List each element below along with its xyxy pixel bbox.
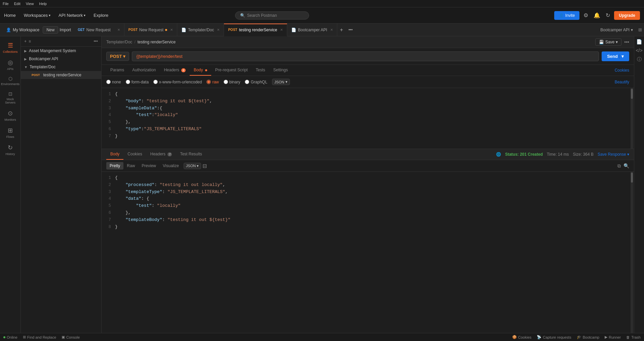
method-select[interactable]: POST ▾ [106,52,129,61]
tab-body[interactable]: Body [190,65,211,76]
resp-tab-body[interactable]: Body [106,149,123,160]
tab-templater-doc[interactable]: 📄 Templater/Doc ✕ [177,24,224,36]
beautify-button[interactable]: Beautify [615,80,629,84]
right-icon-code[interactable]: </> [636,48,642,53]
menu-view[interactable]: View [26,2,34,6]
notification-icon[interactable]: 🔔 [592,11,602,20]
breadcrumb-parent[interactable]: Templater/Doc [106,40,132,44]
resp-tab-headers[interactable]: Headers 7 [146,149,176,160]
add-tab-button[interactable]: + [337,27,346,33]
copy-icon[interactable]: ⧉ [617,163,621,169]
tab-post-new[interactable]: POST New Request ✕ [124,24,177,36]
tab-label: New Request [86,28,111,32]
status-cookies[interactable]: 🍪 Cookies [512,335,532,339]
sidebar-item-collections[interactable]: ☰ Collections [0,39,21,56]
tab-post-testing[interactable]: POST testing renderService ✕ [224,24,287,36]
fmt-tab-visualize[interactable]: Visualize [159,162,182,169]
tree-item-label: Templater/Doc [30,65,55,69]
close-icon[interactable]: ✕ [117,28,120,32]
nav-api-network[interactable]: API Network ▾ [56,11,88,19]
sidebar-item-history[interactable]: ↻ History [0,141,21,158]
more-tabs-button[interactable]: ••• [346,28,355,32]
close-icon[interactable]: ✕ [330,28,333,32]
nav-workspaces[interactable]: Workspaces ▾ [21,11,53,19]
menu-edit[interactable]: Edit [14,2,21,6]
right-icon-doc[interactable]: 📄 [636,39,642,44]
sidebar-item-environments[interactable]: ⬡ Environments [0,73,21,88]
radio-graphql[interactable]: GraphQL [245,80,267,84]
tab-params[interactable]: Params [106,65,128,76]
more-options-icon[interactable]: ••• [624,39,629,45]
status-runner[interactable]: ▶ Runner [605,335,621,339]
filter-icon[interactable]: ⊟ [202,163,207,169]
tab-get-new[interactable]: GET New Request ✕ [74,24,124,36]
right-icon-info[interactable]: ⓘ [637,56,642,63]
radio-none[interactable]: none [106,80,121,84]
env-selector[interactable]: Bootcamper API ▾ [597,28,636,32]
add-collection-icon[interactable]: + [24,39,27,44]
status-console[interactable]: ▣ Console [62,335,80,339]
radio-urlencoded[interactable]: x-www-form-urlencoded [153,80,202,84]
status-trash[interactable]: 🗑 Trash [626,335,641,339]
radio-form-data[interactable]: form-data [126,80,149,84]
fmt-tab-raw[interactable]: Raw [123,162,138,169]
new-tab-icon[interactable]: ⊞ [636,27,644,32]
radio-binary[interactable]: binary [224,80,240,84]
tab-pre-request[interactable]: Pre-request Script [211,65,252,76]
fmt-tab-pretty[interactable]: Pretty [106,162,123,169]
close-icon[interactable]: ✕ [280,28,283,32]
sync-icon[interactable]: ↻ [604,11,611,20]
request-body-editor[interactable]: 1 { 2 "body": "testing it out ${test}", … [102,88,634,149]
save-dropdown-icon[interactable]: ▾ [616,40,618,44]
nav-explore[interactable]: Explore [91,11,111,19]
tab-settings[interactable]: Settings [269,65,292,76]
format-select[interactable]: JSON ▾ [272,79,290,85]
import-button[interactable]: Import [60,28,71,32]
filter-icon[interactable]: ≡ [29,39,31,44]
response-format-select[interactable]: JSON ▾ [184,163,201,169]
send-button[interactable]: Send ▾ [602,51,629,61]
tab-label: Bootcamper API [298,28,327,32]
invite-button[interactable]: 👤 Invite [554,11,580,20]
tree-item-bootcamper-api[interactable]: ▶ Bootcamper API [21,55,101,63]
chevron-right-icon: ▶ [24,49,27,53]
save-response-button[interactable]: Save Response ▾ [598,152,629,157]
save-button[interactable]: 💾 Save ▾ [595,38,621,46]
upgrade-button[interactable]: Upgrade [614,11,640,20]
tab-bootcamper-api[interactable]: 📄 Bootcamper API ✕ [287,24,337,36]
nav-home[interactable]: Home [4,13,16,18]
sidebar-item-mock-servers[interactable]: ⊡ Mock Servers [0,88,21,107]
more-options-icon[interactable]: ••• [93,39,98,44]
radio-raw[interactable]: raw [206,80,219,84]
tree-item-testing-render[interactable]: POST testing renderService [21,71,101,79]
close-icon[interactable]: ✕ [217,28,220,32]
search-icon[interactable]: 🔍 [623,163,629,169]
send-dropdown-icon[interactable]: ▾ [619,54,624,59]
status-capture[interactable]: 📡 Capture requests [537,335,571,339]
tree-item-templater-doc[interactable]: ▼ Templater/Doc [21,63,101,71]
new-button[interactable]: New [43,26,58,34]
tab-headers[interactable]: Headers 8 [160,65,190,76]
tree-item-asset-mgmt[interactable]: ▶ Asset Mangement System [21,47,101,55]
fmt-tab-preview[interactable]: Preview [138,162,159,169]
tab-tests[interactable]: Tests [252,65,269,76]
tab-authorization[interactable]: Authorization [128,65,160,76]
resp-tab-cookies[interactable]: Cookies [123,149,146,160]
scroll-track [631,88,633,149]
status-bootcamp[interactable]: 🎓 Bootcamp [577,335,600,339]
menu-file[interactable]: File [3,2,9,6]
cookies-link[interactable]: Cookies [615,68,629,73]
menu-help[interactable]: Help [39,2,47,6]
settings-icon[interactable]: ⚙ [582,11,590,20]
resp-tab-test-results[interactable]: Test Results [176,149,206,160]
status-online[interactable]: Online [3,335,17,339]
response-body[interactable]: 1 { 2 "processed": "testing it out local… [102,172,634,333]
sidebar-item-apis[interactable]: ◎ APIs [0,56,21,73]
url-input[interactable] [132,51,599,61]
sidebar-item-monitors[interactable]: ⊙ Monitors [0,107,21,124]
status-find-replace[interactable]: ⊞ Find and Replace [23,335,56,339]
sidebar-item-flows[interactable]: ⊞ Flows [0,124,21,141]
code-line: 7 } [102,133,634,140]
search-bar[interactable]: 🔍 Search Postman [235,11,309,20]
close-icon[interactable]: ✕ [170,28,173,32]
